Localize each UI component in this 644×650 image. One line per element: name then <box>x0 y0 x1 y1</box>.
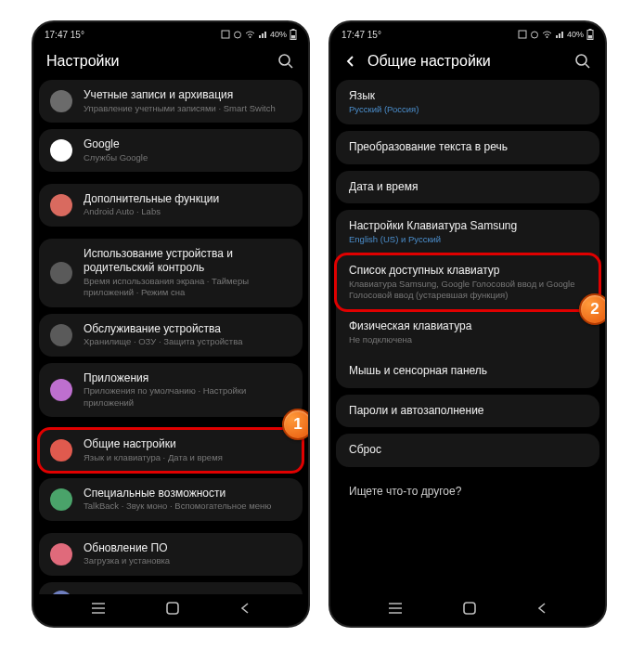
svg-rect-17 <box>589 29 592 31</box>
settings-item[interactable]: Список доступных клавиатур Клавиатура Sa… <box>336 254 599 310</box>
back-icon[interactable] <box>535 602 548 615</box>
item-title: Физическая клавиатура <box>349 319 586 334</box>
svg-rect-23 <box>464 603 475 614</box>
svg-line-7 <box>289 64 292 68</box>
status-bar: 17:47 15° 40% <box>33 22 308 45</box>
settings-list: Учетные записи и архивация Управление уч… <box>33 80 308 594</box>
item-title: Дополнительные функции <box>84 192 291 207</box>
item-subtitle: Загрузка и установка <box>84 555 291 566</box>
item-title: Обслуживание устройства <box>84 322 291 337</box>
wifi-icon <box>542 30 552 39</box>
svg-line-19 <box>586 64 589 68</box>
phone-left: 17:47 15° 40% Настройки Учетные записи и… <box>33 22 308 626</box>
settings-item[interactable]: Учетные записи и архивация Управление уч… <box>39 80 303 123</box>
footer-prompt: Ищете что-то другое? <box>336 474 599 509</box>
item-icon <box>50 262 72 284</box>
back-button[interactable] <box>343 54 358 69</box>
settings-item[interactable]: Руководство пользователя <box>39 582 303 594</box>
svg-rect-0 <box>222 31 229 38</box>
item-title: Преобразование текста в речь <box>349 140 586 155</box>
settings-item[interactable]: Физическая клавиатура Не подключена <box>336 310 599 355</box>
settings-item[interactable]: Общие настройки Язык и клавиатура · Дата… <box>39 429 303 472</box>
item-subtitle: Клавиатура Samsung, Google Голосовой вво… <box>349 279 586 302</box>
nav-bar <box>330 594 605 626</box>
settings-item[interactable]: Специальные возможности TalkBack · Звук … <box>39 478 303 521</box>
item-icon <box>50 379 72 401</box>
item-title: Настройки Клавиатура Samsung <box>349 219 586 234</box>
item-subtitle: Службы Google <box>84 152 291 163</box>
svg-rect-4 <box>291 35 295 39</box>
signal-icon <box>258 30 267 39</box>
item-subtitle: Управление учетными записями · Smart Swi… <box>84 103 291 114</box>
status-temp: 15° <box>367 30 381 40</box>
svg-point-1 <box>234 32 240 38</box>
svg-rect-12 <box>519 31 526 38</box>
search-icon <box>277 53 294 70</box>
battery-pct: 40% <box>567 30 584 39</box>
item-subtitle: Хранилище · ОЗУ · Защита устройства <box>84 336 291 347</box>
back-icon[interactable] <box>238 602 251 615</box>
item-icon <box>50 324 72 346</box>
item-icon <box>50 139 72 162</box>
settings-item[interactable]: Приложения Приложения по умолчанию · Нас… <box>39 363 303 417</box>
item-subtitle: Не подключена <box>349 334 586 345</box>
settings-item[interactable]: Настройки Клавиатура Samsung English (US… <box>336 210 599 254</box>
item-title: Обновление ПО <box>84 541 291 556</box>
settings-group: Сброс <box>336 434 599 467</box>
step-badge-2: 2 <box>579 293 605 325</box>
search-button[interactable] <box>277 52 295 71</box>
page-title: Общие настройки <box>367 53 564 70</box>
item-icon <box>50 194 72 216</box>
item-title: Список доступных клавиатур <box>349 264 586 279</box>
settings-item[interactable]: Обновление ПО Загрузка и установка <box>39 533 303 576</box>
alarm-icon <box>530 30 539 39</box>
settings-list: Язык Русский (Россия) Преобразование тек… <box>330 80 605 594</box>
settings-item[interactable]: Обслуживание устройства Хранилище · ОЗУ … <box>39 314 303 357</box>
svg-rect-11 <box>167 603 178 614</box>
battery-icon <box>290 29 297 40</box>
step-badge-1: 1 <box>282 409 308 440</box>
settings-item[interactable]: Дополнительные функции Android Auto · La… <box>39 184 303 227</box>
settings-item[interactable]: Дата и время <box>336 171 599 204</box>
item-icon <box>50 439 72 462</box>
item-title: Google <box>84 137 291 152</box>
item-title: Дата и время <box>349 180 586 195</box>
item-title: Использование устройства и родительский … <box>84 247 291 276</box>
settings-item[interactable]: Пароли и автозаполнение <box>336 395 599 428</box>
svg-point-18 <box>576 55 586 65</box>
settings-item[interactable]: Google Службы Google <box>39 129 303 172</box>
item-icon <box>50 591 72 594</box>
item-icon <box>50 488 72 511</box>
battery-icon <box>586 29 594 40</box>
home-icon[interactable] <box>462 601 477 616</box>
item-title: Общие настройки <box>84 437 291 452</box>
item-icon <box>50 90 72 112</box>
page-title: Настройки <box>46 53 267 70</box>
item-title: Пароли и автозаполнение <box>349 404 586 419</box>
recents-icon[interactable] <box>90 602 107 615</box>
alarm-icon <box>233 30 242 39</box>
nfc-icon <box>518 30 527 39</box>
svg-point-2 <box>249 36 251 38</box>
item-title: Специальные возможности <box>84 487 291 501</box>
svg-point-13 <box>531 32 537 38</box>
header: Общие настройки <box>330 45 605 80</box>
settings-group: Пароли и автозаполнение <box>336 395 599 428</box>
settings-item[interactable]: Преобразование текста в речь <box>336 131 599 164</box>
settings-group: Преобразование текста в речь <box>336 131 599 164</box>
item-title: Приложения <box>84 371 291 386</box>
item-title: Язык <box>349 89 586 104</box>
recents-icon[interactable] <box>387 602 404 615</box>
settings-item[interactable]: Мышь и сенсорная панель <box>336 355 599 388</box>
status-temp: 15° <box>71 30 84 40</box>
svg-rect-16 <box>588 35 592 39</box>
home-icon[interactable] <box>165 601 180 616</box>
item-subtitle: English (US) и Русский <box>349 234 586 245</box>
settings-item[interactable]: Язык Русский (Россия) <box>336 80 599 124</box>
settings-item[interactable]: Использование устройства и родительский … <box>39 239 303 307</box>
item-title: Сброс <box>349 443 586 458</box>
search-button[interactable] <box>573 52 592 71</box>
phone-right: 17:47 15° 40% Общие настройки Язык Русск… <box>330 22 605 626</box>
item-title: Учетные записи и архивация <box>84 88 291 103</box>
settings-item[interactable]: Сброс <box>336 434 599 467</box>
